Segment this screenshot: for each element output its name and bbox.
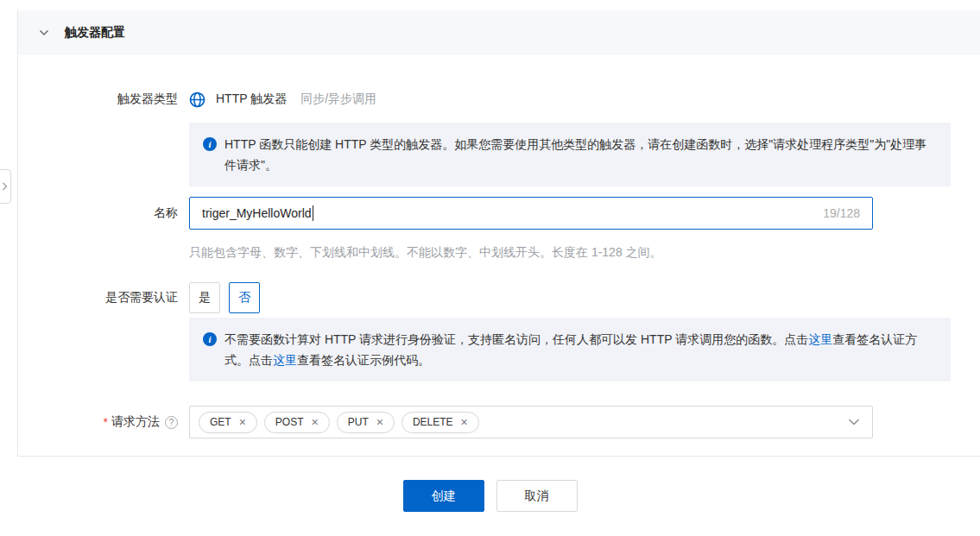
name-input[interactable]: triger_MyHelloWorld 19/128 (189, 197, 873, 230)
char-counter: 19/128 (823, 206, 860, 220)
signature-example-link[interactable]: 这里 (273, 353, 297, 367)
side-panel-expand-button[interactable] (0, 169, 11, 204)
required-asterisk: * (104, 415, 108, 429)
section-title: 触发器配置 (65, 25, 125, 41)
cancel-button[interactable]: 取消 (496, 480, 578, 512)
trigger-type-value: HTTP 触发器 同步/异步调用 (189, 90, 376, 109)
section-header-trigger-config[interactable]: 触发器配置 (18, 10, 980, 55)
chevron-down-icon[interactable] (39, 29, 49, 36)
notice-text-part1: 不需要函数计算对 HTTP 请求进行身份验证，支持匿名访问，任何人都可以发 HT… (224, 332, 808, 346)
request-method-label: * 请求方法 ? (18, 406, 178, 438)
footer-actions: 创建 取消 (0, 480, 980, 512)
name-label: 名称 (18, 197, 178, 230)
auth-option-no[interactable]: 否 (229, 282, 260, 313)
info-icon: i (203, 332, 217, 346)
chevron-down-icon[interactable] (848, 419, 860, 426)
auth-toggle-group: 是 否 (189, 282, 260, 313)
request-method-label-text: 请求方法 (111, 414, 160, 430)
text-cursor (313, 205, 313, 221)
anonymous-access-notice-text: 不需要函数计算对 HTTP 请求进行身份验证，支持匿名访问，任何人都可以发 HT… (224, 329, 933, 370)
trigger-config-panel: 触发器配置 触发器类型 HTTP 触发器 同步/异步调用 i HTTP 函数只能… (17, 10, 980, 457)
method-tag-put: PUT × (337, 412, 395, 433)
close-icon[interactable]: × (312, 416, 319, 428)
close-icon[interactable]: × (461, 416, 468, 428)
page: 触发器配置 触发器类型 HTTP 触发器 同步/异步调用 i HTTP 函数只能… (0, 0, 980, 536)
name-helper-text: 只能包含字母、数字、下划线和中划线。不能以数字、中划线开头。长度在 1-128 … (189, 245, 662, 261)
request-method-select[interactable]: GET × POST × PUT × DELETE × (189, 406, 873, 438)
auth-label: 是否需要认证 (18, 282, 178, 313)
method-tag-label: DELETE (413, 416, 453, 428)
name-input-value: triger_MyHelloWorld (202, 206, 312, 220)
method-tag-label: PUT (348, 416, 369, 428)
trigger-type-label: 触发器类型 (18, 90, 178, 109)
auth-option-yes[interactable]: 是 (189, 282, 220, 313)
method-tag-get: GET × (199, 412, 257, 433)
method-tag-post: POST × (264, 412, 330, 433)
close-icon[interactable]: × (376, 416, 383, 428)
method-tag-label: GET (210, 416, 231, 428)
method-tag-delete: DELETE × (401, 412, 479, 433)
http-trigger-notice: i HTTP 函数只能创建 HTTP 类型的触发器。如果您需要使用其他类型的触发… (189, 123, 951, 186)
invocation-mode-text: 同步/异步调用 (300, 91, 376, 107)
globe-icon (189, 91, 205, 108)
method-tag-label: POST (275, 416, 304, 428)
signature-auth-link[interactable]: 这里 (808, 332, 832, 346)
info-icon: i (203, 137, 217, 151)
trigger-type-name: HTTP 触发器 (216, 91, 287, 107)
notice-text-part3: 查看签名认证示例代码。 (297, 353, 430, 367)
create-button[interactable]: 创建 (403, 480, 484, 512)
anonymous-access-notice: i 不需要函数计算对 HTTP 请求进行身份验证，支持匿名访问，任何人都可以发 … (189, 318, 951, 382)
chevron-right-icon (1, 181, 9, 192)
http-trigger-notice-text: HTTP 函数只能创建 HTTP 类型的触发器。如果您需要使用其他类型的触发器，… (224, 134, 933, 175)
help-icon[interactable]: ? (165, 416, 178, 429)
close-icon[interactable]: × (239, 416, 246, 428)
